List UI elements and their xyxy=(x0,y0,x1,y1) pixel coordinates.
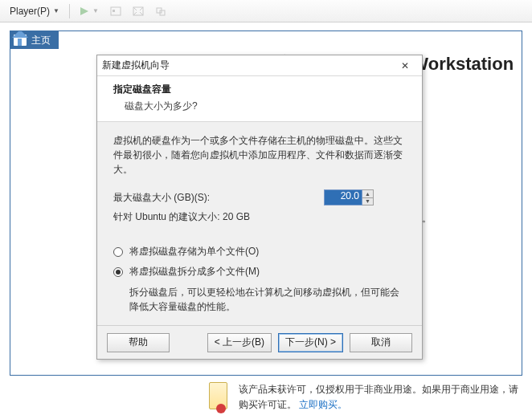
main-toolbar: Player(P) ▼ ▼ xyxy=(0,0,532,22)
cancel-button[interactable]: 取消 xyxy=(350,333,412,352)
radio-icon xyxy=(113,267,123,277)
help-button[interactable]: 帮助 xyxy=(107,333,170,352)
dialog-titlebar[interactable]: 新建虚拟机向导 ✕ xyxy=(97,55,422,76)
license-message: 该产品未获许可，仅授权用于非商业用途。如果用于商业用途，请购买许可证。 xyxy=(239,384,518,410)
radio-single-label: 将虚拟磁盘存储为单个文件(O) xyxy=(129,245,259,258)
close-icon: ✕ xyxy=(401,60,409,71)
dialog-subheading: 磁盘大小为多少? xyxy=(113,100,406,113)
dialog-heading: 指定磁盘容量 xyxy=(113,83,406,96)
dialog-body: 虚拟机的硬盘作为一个或多个文件存储在主机的物理磁盘中。这些文件最初很小，随着您向… xyxy=(97,122,422,325)
send-cad-button[interactable] xyxy=(105,5,126,18)
back-button[interactable]: < 上一步(B) xyxy=(207,333,272,352)
player-menu-label: Player(P) xyxy=(10,6,50,17)
play-icon xyxy=(80,6,89,16)
svg-rect-2 xyxy=(113,10,115,12)
dialog-title-text: 新建虚拟机向导 xyxy=(102,59,170,72)
help-button-label: 帮助 xyxy=(129,336,148,349)
max-disk-size-label: 最大磁盘大小 (GB)(S): xyxy=(113,191,210,205)
spinner-down[interactable]: ▼ xyxy=(362,197,373,205)
play-button[interactable]: ▼ xyxy=(75,5,104,18)
split-note: 拆分磁盘后，可以更轻松地在计算机之间移动虚拟机，但可能会降低大容量磁盘的性能。 xyxy=(113,285,406,314)
player-menu[interactable]: Player(P) ▼ xyxy=(5,4,64,18)
dialog-description: 虚拟机的硬盘作为一个或多个文件存储在主机的物理磁盘中。这些文件最初很小，随着您向… xyxy=(113,133,406,177)
size-spinner: ▲ ▼ xyxy=(362,189,374,205)
home-tab[interactable]: 主页 xyxy=(10,31,59,49)
radio-single-file[interactable]: 将虚拟磁盘存储为单个文件(O) xyxy=(113,245,406,258)
dialog-header: 指定磁盘容量 磁盘大小为多少? xyxy=(97,76,422,122)
next-button[interactable]: 下一步(N) > xyxy=(278,333,343,352)
license-footer: 该产品未获许可，仅授权用于非商业用途。如果用于商业用途，请购买许可证。 立即购买… xyxy=(10,382,522,413)
dropdown-icon: ▼ xyxy=(92,7,99,14)
dropdown-icon: ▼ xyxy=(53,7,59,14)
cancel-button-label: 取消 xyxy=(371,336,391,349)
license-text: 该产品未获许可，仅授权用于非商业用途。如果用于商业用途，请购买许可证。 立即购买… xyxy=(239,382,522,413)
certificate-icon xyxy=(209,382,227,409)
toolbar-separator xyxy=(69,4,70,18)
max-disk-size-row: 最大磁盘大小 (GB)(S): 20.0 ▲ ▼ xyxy=(113,189,406,205)
radio-icon xyxy=(113,247,123,257)
recommended-size-text: 针对 Ubuntu 的建议大小: 20 GB xyxy=(113,210,406,224)
close-button[interactable]: ✕ xyxy=(393,60,417,71)
send-cad-icon xyxy=(110,6,121,16)
next-button-label: 下一步(N) > xyxy=(285,336,336,349)
spinner-up[interactable]: ▲ xyxy=(362,190,373,197)
new-vm-wizard-dialog: 新建虚拟机向导 ✕ 指定磁盘容量 磁盘大小为多少? 虚拟机的硬盘作为一个或多个文… xyxy=(96,55,423,360)
radio-split-label: 将虚拟磁盘拆分成多个文件(M) xyxy=(129,265,260,279)
dialog-footer: 帮助 < 上一步(B) 下一步(N) > 取消 xyxy=(97,325,422,359)
fullscreen-icon xyxy=(133,6,144,16)
svg-rect-1 xyxy=(111,7,121,15)
max-disk-size-input[interactable]: 20.0 xyxy=(324,189,362,205)
home-icon xyxy=(14,35,27,46)
unity-icon xyxy=(155,6,166,16)
radio-split-files[interactable]: 将虚拟磁盘拆分成多个文件(M) xyxy=(113,265,406,279)
back-button-label: < 上一步(B) xyxy=(215,336,264,349)
fullscreen-button[interactable] xyxy=(128,5,149,18)
buy-now-link[interactable]: 立即购买。 xyxy=(299,399,347,410)
unity-button[interactable] xyxy=(150,5,171,18)
home-tab-label: 主页 xyxy=(31,34,51,47)
svg-marker-0 xyxy=(80,7,88,15)
